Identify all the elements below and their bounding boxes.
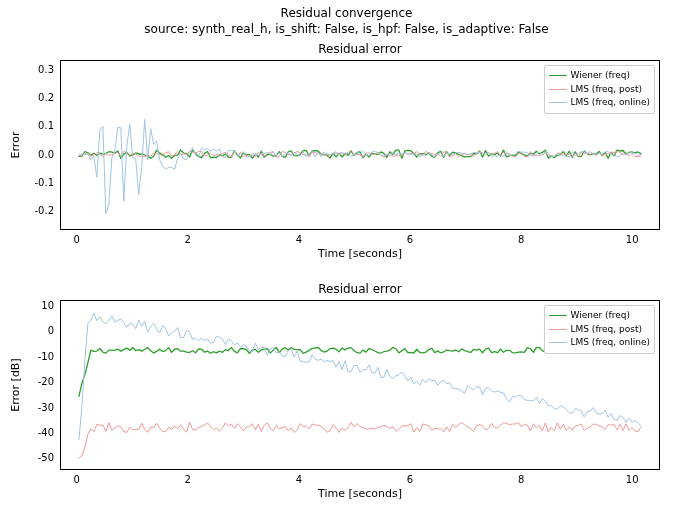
axes-bottom-title: Residual error bbox=[60, 282, 660, 296]
legend-swatch-lms-online-b bbox=[549, 342, 567, 343]
figure-title-line1: Residual convergence bbox=[281, 6, 413, 20]
axes-bottom: Residual error Wiener (freq) LMS (freq, … bbox=[60, 300, 660, 470]
axes-bottom-xlabel: Time [seconds] bbox=[318, 487, 402, 500]
legend-swatch-wiener bbox=[549, 75, 567, 76]
legend-label-lms-online: LMS (freq, online) bbox=[571, 96, 650, 110]
xtick: 10 bbox=[626, 234, 639, 245]
legend-label-wiener-b: Wiener (freq) bbox=[571, 309, 630, 323]
legend-swatch-lms-post bbox=[549, 89, 567, 90]
xtick: 6 bbox=[407, 234, 413, 245]
axes-top-ylabel: Error bbox=[9, 132, 22, 159]
series-lms_online bbox=[79, 119, 641, 213]
ytick: -20 bbox=[22, 376, 54, 387]
figure-title: Residual convergence source: synth_real_… bbox=[0, 6, 693, 37]
legend-label-lms-post-b: LMS (freq, post) bbox=[571, 323, 642, 337]
xtick: 2 bbox=[185, 474, 191, 485]
ytick: 0.3 bbox=[22, 63, 54, 74]
legend-row-wiener: Wiener (freq) bbox=[549, 69, 650, 83]
axes-top-xlabel: Time [seconds] bbox=[318, 247, 402, 260]
legend-row-lms-post-b: LMS (freq, post) bbox=[549, 323, 650, 337]
axes-top-plot: Wiener (freq) LMS (freq, post) LMS (freq… bbox=[60, 60, 660, 230]
legend-label-lms-post: LMS (freq, post) bbox=[571, 83, 642, 97]
legend-label-wiener: Wiener (freq) bbox=[571, 69, 630, 83]
xtick: 4 bbox=[296, 234, 302, 245]
legend-swatch-lms-online bbox=[549, 102, 567, 103]
xtick: 0 bbox=[73, 234, 79, 245]
xtick: 8 bbox=[518, 474, 524, 485]
ytick: -50 bbox=[22, 452, 54, 463]
xtick: 10 bbox=[626, 474, 639, 485]
legend-label-lms-online-b: LMS (freq, online) bbox=[571, 336, 650, 350]
legend-row-lms-post: LMS (freq, post) bbox=[549, 83, 650, 97]
ytick: 0.2 bbox=[22, 91, 54, 102]
ytick: 0.1 bbox=[22, 120, 54, 131]
xtick: 6 bbox=[407, 474, 413, 485]
ytick: 10 bbox=[22, 300, 54, 311]
legend-swatch-wiener-b bbox=[549, 315, 567, 316]
legend-row-lms-online: LMS (freq, online) bbox=[549, 96, 650, 110]
axes-top-title: Residual error bbox=[60, 42, 660, 56]
ytick: -0.1 bbox=[22, 176, 54, 187]
ytick: -10 bbox=[22, 350, 54, 361]
axes-bottom-ylabel: Error [dB] bbox=[9, 358, 22, 411]
xtick: 0 bbox=[73, 474, 79, 485]
axes-top-legend: Wiener (freq) LMS (freq, post) LMS (freq… bbox=[544, 65, 655, 114]
xtick: 2 bbox=[185, 234, 191, 245]
legend-row-lms-online-b: LMS (freq, online) bbox=[549, 336, 650, 350]
axes-bottom-plot: Wiener (freq) LMS (freq, post) LMS (freq… bbox=[60, 300, 660, 470]
xtick: 8 bbox=[518, 234, 524, 245]
axes-bottom-legend: Wiener (freq) LMS (freq, post) LMS (freq… bbox=[544, 305, 655, 354]
ytick: 0.0 bbox=[22, 148, 54, 159]
figure-root: Residual convergence source: synth_real_… bbox=[0, 0, 693, 519]
xtick: 4 bbox=[296, 474, 302, 485]
legend-swatch-lms-post-b bbox=[549, 329, 567, 330]
ytick: 0 bbox=[22, 325, 54, 336]
legend-row-wiener-b: Wiener (freq) bbox=[549, 309, 650, 323]
axes-top: Residual error Wiener (freq) LMS (freq, … bbox=[60, 60, 660, 230]
figure-title-line2: source: synth_real_h, is_shift: False, i… bbox=[144, 22, 548, 36]
ytick: -40 bbox=[22, 426, 54, 437]
ytick: -30 bbox=[22, 401, 54, 412]
series-lms_post bbox=[79, 422, 641, 458]
ytick: -0.2 bbox=[22, 205, 54, 216]
